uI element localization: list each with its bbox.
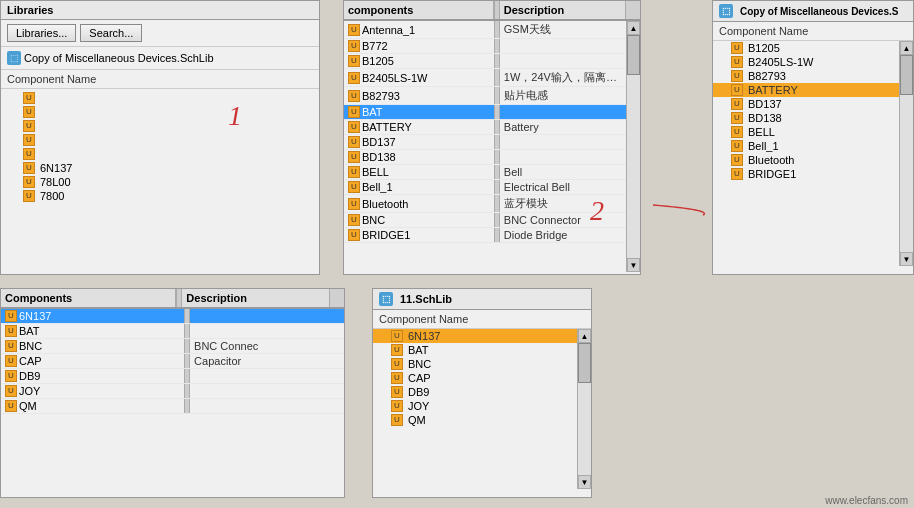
toolbar: Libraries... Search... [1,20,319,47]
table-row[interactable]: UBD138 [344,150,640,165]
row-icon: U [348,214,360,226]
scroll-up[interactable]: ▲ [627,21,640,35]
row-icon: U [348,72,360,84]
p4-table-header: Components Description [1,289,344,309]
p4-table-row[interactable]: UDB9 [1,369,344,384]
p3-component-item[interactable]: UBluetooth [713,153,913,167]
row-icon: U [348,181,360,193]
component-icon: U [731,42,743,54]
table-row[interactable]: UB772 [344,39,640,54]
p4-table-row[interactable]: UJOY [1,384,344,399]
p5-title: 11.SchLib [400,293,452,305]
libraries-title: Libraries [7,4,53,16]
p4-content: U6N137UBATUBNCBNC ConnecUCAPCapacitorUDB… [1,309,344,495]
library-item[interactable]: ⬚ Copy of Miscellaneous Devices.SchLib [1,47,319,70]
p3-component-item[interactable]: UBD138 [713,111,913,125]
p3-component-item[interactable]: UBD137 [713,97,913,111]
p5-list: U6N137UBATUBNCUCAPUDB9UJOYUQM ▲ ▼ [373,329,591,489]
table-content: UAntenna_1GSM天线UB772UB1205UB2405LS-1W1W，… [344,21,640,272]
table-row[interactable]: UBRIDGE1Diode Bridge [344,228,640,243]
p5-component-item[interactable]: U6N137 [373,329,591,343]
p1-component-item[interactable]: U [1,105,319,119]
scroll-thumb[interactable] [627,35,640,75]
p4-table-row[interactable]: UBNCBNC Connec [1,339,344,354]
component-icon: U [23,148,35,160]
component-icon: U [391,386,403,398]
scrollbar-vertical[interactable]: ▲ ▼ [626,21,640,272]
libraries-button[interactable]: Libraries... [7,24,76,42]
p5-scroll-up[interactable]: ▲ [578,329,591,343]
table-row[interactable]: UBELLBell [344,165,640,180]
row-icon: U [348,229,360,241]
col-header-description: Description [500,1,626,19]
component-icon: U [391,400,403,412]
row-icon: U [5,310,17,322]
p5-component-item[interactable]: UCAP [373,371,591,385]
component-icon: U [731,126,743,138]
p3-component-item[interactable]: UBRIDGE1 [713,167,913,181]
row-icon: U [348,106,360,118]
p1-component-item[interactable]: U78L00 [1,175,319,189]
p3-scroll-thumb[interactable] [900,55,913,95]
scroll-down[interactable]: ▼ [627,258,640,272]
panel-11-schlib: ⬚ 11.SchLib Component Name U6N137UBATUBN… [372,288,592,498]
p1-component-item[interactable]: U7800 [1,189,319,203]
p3-component-item[interactable]: UBATTERY [713,83,913,97]
panel-libraries: Libraries Libraries... Search... ⬚ Copy … [0,0,320,275]
p5-component-item[interactable]: UJOY [373,399,591,413]
table-row[interactable]: UB1205 [344,54,640,69]
table-row[interactable]: UB82793贴片电感 [344,87,640,105]
panel1-header: Libraries [1,1,319,20]
table-row[interactable]: UBATTERYBattery [344,120,640,135]
p3-scroll-down[interactable]: ▼ [900,252,913,266]
p1-component-item[interactable]: U [1,147,319,161]
p3-component-item[interactable]: UBell_1 [713,139,913,153]
p3-component-item[interactable]: UBELL [713,125,913,139]
p1-component-item[interactable]: U [1,119,319,133]
panel3-scrollbar[interactable]: ▲ ▼ [899,41,913,266]
row-icon: U [5,370,17,382]
p4-table-row[interactable]: UQM [1,399,344,414]
table-row[interactable]: UBell_1Electrical Bell [344,180,640,195]
panel-components-table: components Description UAntenna_1GSM天线UB… [343,0,641,275]
p5-component-item[interactable]: UBNC [373,357,591,371]
table-row[interactable]: UBAT [344,105,640,120]
search-button[interactable]: Search... [80,24,142,42]
panel3-section-label: Component Name [713,22,913,41]
table-row[interactable]: UB2405LS-1W1W，24V输入，隔离非稳压 [344,69,640,87]
p5-component-item[interactable]: UBAT [373,343,591,357]
row-icon: U [348,24,360,36]
component-icon: U [23,134,35,146]
col-header-components: components [344,1,494,19]
p5-component-item[interactable]: UDB9 [373,385,591,399]
row-icon: U [348,166,360,178]
table-row[interactable]: UBluetooth蓝牙模块 [344,195,640,213]
p4-table-row[interactable]: UBAT [1,324,344,339]
p4-table-row[interactable]: UCAPCapacitor [1,354,344,369]
component-icon: U [391,344,403,356]
p5-scrollbar[interactable]: ▲ ▼ [577,329,591,489]
p5-scroll-thumb[interactable] [578,343,591,383]
p4-table-row[interactable]: U6N137 [1,309,344,324]
p3-component-item[interactable]: UB1205 [713,41,913,55]
row-icon: U [348,40,360,52]
panel3-header: ⬚ Copy of Miscellaneous Devices.S [713,1,913,22]
p5-scroll-down[interactable]: ▼ [578,475,591,489]
p3-component-item[interactable]: UB2405LS-1W [713,55,913,69]
component-icon: U [23,176,35,188]
p1-component-item[interactable]: U6N137 [1,161,319,175]
row-icon: U [5,325,17,337]
p1-component-item[interactable]: U [1,91,319,105]
table-row[interactable]: UBD137 [344,135,640,150]
component-icon: U [731,98,743,110]
p4-header-spacer [330,289,344,307]
table-row[interactable]: UBNCBNC Connector [344,213,640,228]
row-icon: U [348,198,360,210]
p3-component-item[interactable]: UB82793 [713,69,913,83]
table-row[interactable]: UAntenna_1GSM天线 [344,21,640,39]
p3-scroll-up[interactable]: ▲ [900,41,913,55]
p4-col-description: Description [182,289,330,307]
p1-component-item[interactable]: U [1,133,319,147]
p5-component-item[interactable]: UQM [373,413,591,427]
panel-components-bottom: Components Description U6N137UBATUBNCBNC… [0,288,345,498]
